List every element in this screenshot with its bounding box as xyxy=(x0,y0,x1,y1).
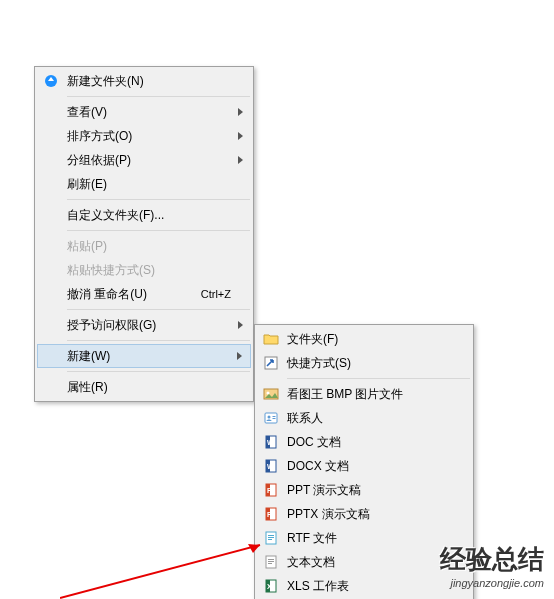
svg-rect-22 xyxy=(268,537,274,538)
menu-item-give-access[interactable]: 授予访问权限(G) xyxy=(37,313,251,337)
svg-rect-26 xyxy=(268,561,274,562)
menu-item-ppt[interactable]: P PPT 演示文稿 xyxy=(257,478,471,502)
menu-item-xls[interactable]: X XLS 工作表 xyxy=(257,574,471,598)
contact-icon xyxy=(263,410,279,426)
menu-item-label: 粘贴快捷方式(S) xyxy=(67,262,231,279)
menu-item-label: 文本文档 xyxy=(287,554,451,571)
menu-item-label: 分组依据(P) xyxy=(67,152,231,169)
menu-item-label: 新建文件夹(N) xyxy=(67,73,231,90)
menu-separator xyxy=(67,340,250,341)
menu-item-paste-shortcut: 粘贴快捷方式(S) xyxy=(37,258,251,282)
menu-item-properties[interactable]: 属性(R) xyxy=(37,375,251,399)
svg-rect-21 xyxy=(268,535,274,536)
menu-item-label: 查看(V) xyxy=(67,104,231,121)
svg-rect-27 xyxy=(268,563,272,564)
menu-item-group[interactable]: 分组依据(P) xyxy=(37,148,251,172)
menu-item-label: 快捷方式(S) xyxy=(287,355,451,372)
svg-text:W: W xyxy=(267,463,274,470)
menu-separator xyxy=(67,371,250,372)
menu-item-label: DOCX 文档 xyxy=(287,458,451,475)
menu-item-label: 联系人 xyxy=(287,410,451,427)
menu-item-label: 粘贴(P) xyxy=(67,238,231,255)
svg-rect-7 xyxy=(273,418,276,419)
svg-text:P: P xyxy=(267,511,272,518)
menu-separator xyxy=(67,199,250,200)
image-icon xyxy=(263,386,279,402)
svg-rect-25 xyxy=(268,559,274,560)
menu-item-label: 看图王 BMP 图片文件 xyxy=(287,386,451,403)
menu-item-label: 撤消 重命名(U) xyxy=(67,286,201,303)
new-folder-icon xyxy=(43,73,59,89)
menu-item-label: RTF 文件 xyxy=(287,530,451,547)
menu-item-rtf[interactable]: RTF 文件 xyxy=(257,526,471,550)
menu-item-label: 授予访问权限(G) xyxy=(67,317,231,334)
svg-text:X: X xyxy=(267,583,272,590)
menu-item-doc[interactable]: W DOC 文档 xyxy=(257,430,471,454)
menu-item-text[interactable]: 文本文档 xyxy=(257,550,471,574)
menu-item-label: 排序方式(O) xyxy=(67,128,231,145)
menu-item-label: PPT 演示文稿 xyxy=(287,482,451,499)
svg-rect-23 xyxy=(268,539,272,540)
svg-text:W: W xyxy=(267,439,274,446)
menu-item-bmp[interactable]: 看图王 BMP 图片文件 xyxy=(257,382,471,406)
svg-rect-6 xyxy=(273,416,276,417)
rtf-icon xyxy=(263,530,279,546)
menu-item-new-folder[interactable]: 新建文件夹(N) xyxy=(37,69,251,93)
chevron-right-icon xyxy=(238,108,243,116)
menu-item-contact[interactable]: 联系人 xyxy=(257,406,471,430)
menu-item-folder[interactable]: 文件夹(F) xyxy=(257,327,471,351)
menu-item-view[interactable]: 查看(V) xyxy=(37,100,251,124)
shortcut-icon xyxy=(263,355,279,371)
menu-separator xyxy=(287,378,470,379)
word-icon: W xyxy=(263,458,279,474)
chevron-right-icon xyxy=(237,352,242,360)
menu-item-docx[interactable]: W DOCX 文档 xyxy=(257,454,471,478)
word-icon: W xyxy=(263,434,279,450)
menu-item-sort[interactable]: 排序方式(O) xyxy=(37,124,251,148)
powerpoint-icon: P xyxy=(263,482,279,498)
menu-item-paste: 粘贴(P) xyxy=(37,234,251,258)
menu-item-label: PPTX 演示文稿 xyxy=(287,506,451,523)
menu-item-shortcut: Ctrl+Z xyxy=(201,288,231,300)
menu-item-label: 属性(R) xyxy=(67,379,231,396)
menu-item-label: DOC 文档 xyxy=(287,434,451,451)
svg-text:P: P xyxy=(267,487,272,494)
svg-line-34 xyxy=(60,545,260,598)
excel-icon: X xyxy=(263,578,279,594)
menu-item-label: 文件夹(F) xyxy=(287,331,451,348)
menu-item-label: XLS 工作表 xyxy=(287,578,451,595)
chevron-right-icon xyxy=(238,156,243,164)
menu-item-undo-rename[interactable]: 撤消 重命名(U) Ctrl+Z xyxy=(37,282,251,306)
menu-item-new[interactable]: 新建(W) xyxy=(37,344,251,368)
folder-icon xyxy=(263,331,279,347)
menu-item-customize-folder[interactable]: 自定义文件夹(F)... xyxy=(37,203,251,227)
chevron-right-icon xyxy=(238,321,243,329)
menu-item-pptx[interactable]: P PPTX 演示文稿 xyxy=(257,502,471,526)
svg-point-5 xyxy=(268,416,271,419)
menu-item-label: 新建(W) xyxy=(67,348,231,365)
powerpoint-icon: P xyxy=(263,506,279,522)
menu-separator xyxy=(67,309,250,310)
chevron-right-icon xyxy=(238,132,243,140)
menu-item-shortcut[interactable]: 快捷方式(S) xyxy=(257,351,471,375)
context-menu-new: 文件夹(F) 快捷方式(S) 看图王 BMP 图片文件 联系人 W DOC 文档… xyxy=(254,324,474,599)
menu-separator xyxy=(67,230,250,231)
menu-item-label: 刷新(E) xyxy=(67,176,231,193)
text-file-icon xyxy=(263,554,279,570)
menu-item-refresh[interactable]: 刷新(E) xyxy=(37,172,251,196)
menu-item-label: 自定义文件夹(F)... xyxy=(67,207,231,224)
context-menu-main: 新建文件夹(N) 查看(V) 排序方式(O) 分组依据(P) 刷新(E) 自定义… xyxy=(34,66,254,402)
menu-separator xyxy=(67,96,250,97)
